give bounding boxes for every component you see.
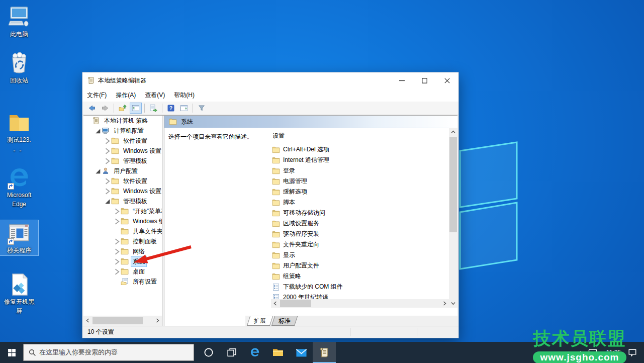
settings-item-2[interactable]: 登录	[271, 165, 449, 176]
settings-item-6[interactable]: 可移动存储访问	[271, 208, 449, 218]
tree-item-10[interactable]: Windows 组	[83, 216, 162, 226]
tree-item-5[interactable]: 用户配置	[83, 166, 162, 176]
chevron-right-icon[interactable]	[104, 189, 111, 194]
menu-item-0[interactable]: 文件(F)	[82, 91, 111, 100]
filter-icon[interactable]	[196, 103, 208, 114]
tree-item-14[interactable]: 系统	[83, 256, 162, 266]
desktop-icon-edge[interactable]: MicrosoftEdge	[0, 165, 38, 209]
tree-item-6[interactable]: 软件设置	[83, 176, 162, 186]
taskbar-gpedit-button[interactable]	[313, 342, 336, 363]
show-action-pane-icon[interactable]	[178, 103, 190, 114]
cortana-button[interactable]	[197, 342, 220, 363]
desktop-icon-label: 此电脑	[10, 31, 28, 38]
settings-item-label: 文件夹重定向	[283, 240, 319, 249]
tree-item-11[interactable]: 共享文件夹	[83, 226, 162, 236]
taskbar-mail-button[interactable]	[290, 342, 313, 363]
chevron-down-icon[interactable]	[104, 199, 111, 204]
settings-item-7[interactable]: 区域设置服务	[271, 218, 449, 229]
chevron-right-icon[interactable]	[104, 138, 111, 143]
help-icon[interactable]: ?	[165, 103, 177, 114]
taskbar-file-explorer-button[interactable]	[266, 342, 290, 363]
chevron-right-icon[interactable]	[113, 219, 121, 224]
chevron-right-icon[interactable]	[113, 249, 121, 254]
tree-item-4[interactable]: 管理模板	[83, 156, 162, 166]
chevron-right-icon[interactable]	[104, 158, 111, 163]
tree-item-13[interactable]: 网络	[83, 246, 162, 256]
forward-icon[interactable]	[99, 103, 111, 114]
scroll-down-icon[interactable]	[449, 299, 457, 308]
chevron-right-icon[interactable]	[113, 259, 121, 264]
settings-item-8[interactable]: 驱动程序安装	[271, 229, 449, 239]
tree-item-15[interactable]: 桌面	[83, 266, 162, 277]
start-button[interactable]	[0, 342, 23, 363]
desktop-icon-quick-close-app[interactable]: 秒关程序	[0, 220, 38, 255]
settings-item-11[interactable]: 用户配置文件	[271, 260, 449, 271]
tab-standard[interactable]: 标准	[271, 316, 298, 326]
settings-item-9[interactable]: 文件夹重定向	[271, 239, 449, 250]
scroll-up-icon[interactable]	[449, 128, 457, 136]
tree-item-1[interactable]: 计算机配置	[83, 126, 162, 136]
settings-item-5[interactable]: 脚本	[271, 197, 449, 208]
chevron-right-icon[interactable]	[113, 269, 121, 274]
scroll-left-icon[interactable]	[83, 316, 92, 325]
tab-extended[interactable]: 扩展	[247, 316, 273, 326]
back-icon[interactable]	[86, 103, 98, 114]
user-icon	[102, 167, 110, 175]
close-button[interactable]	[436, 72, 458, 88]
settings-item-10[interactable]: 显示	[271, 250, 449, 260]
settings-item-12[interactable]: 组策略	[271, 271, 449, 282]
export-list-icon[interactable]	[147, 103, 159, 114]
description-pane: 选择一个项目来查看它的描述。	[164, 128, 271, 308]
desktop-icon-this-pc[interactable]: 此电脑	[0, 4, 38, 39]
tree-item-label: 计算机配置	[112, 126, 145, 136]
taskbar-search-input[interactable]: 在这里输入你要搜索的内容	[23, 344, 194, 361]
maximize-button[interactable]	[413, 72, 436, 88]
tree-item-16[interactable]: 所有设置	[83, 277, 162, 287]
shortcut-arrow-icon	[8, 183, 14, 190]
chevron-right-icon[interactable]	[104, 178, 111, 184]
tree-horizontal-scrollbar[interactable]	[83, 316, 162, 326]
chevron-down-icon[interactable]	[94, 128, 102, 133]
tree-item-9[interactable]: “开始”菜单和	[83, 206, 162, 216]
scroll-thumb[interactable]	[449, 137, 457, 232]
menu-item-3[interactable]: 帮助(H)	[169, 91, 199, 100]
scroll-right-icon[interactable]	[440, 299, 449, 308]
list-horizontal-scrollbar[interactable]	[271, 299, 449, 308]
notification-center-icon[interactable]	[628, 348, 637, 357]
titlebar[interactable]: 本地组策略编辑器	[82, 72, 458, 88]
scroll-right-icon[interactable]	[153, 316, 162, 325]
desktop-icon-fix-black-screen[interactable]: 修复开机黑屏	[0, 271, 38, 316]
show-console-tree-icon[interactable]	[130, 103, 142, 114]
chevron-right-icon[interactable]	[113, 209, 121, 214]
tree-item-label: 软件设置	[122, 176, 149, 186]
chevron-right-icon[interactable]	[113, 239, 121, 244]
desktop-icon-recycle-bin[interactable]: 回收站	[0, 50, 38, 85]
chevron-down-icon[interactable]	[94, 168, 102, 173]
settings-column-header[interactable]: 设置	[271, 128, 449, 144]
scroll-thumb[interactable]	[93, 317, 143, 324]
tree-item-2[interactable]: 软件设置	[83, 136, 162, 146]
menu-item-2[interactable]: 查看(V)	[140, 91, 169, 100]
desktop-icon-test-folder[interactable]: 测试123.。。	[0, 110, 38, 154]
tree-item-7[interactable]: Windows 设置	[83, 186, 162, 196]
settings-item-4[interactable]: 缓解选项	[271, 187, 449, 197]
settings-item-1[interactable]: Internet 通信管理	[271, 155, 449, 165]
settings-item-0[interactable]: Ctrl+Alt+Del 选项	[271, 144, 449, 155]
settings-item-13[interactable]: 下载缺少的 COM 组件	[271, 282, 449, 292]
tree-item-0[interactable]: 本地计算机 策略	[83, 116, 162, 126]
chevron-right-icon[interactable]	[104, 148, 111, 153]
scroll-left-icon[interactable]	[271, 299, 280, 308]
tree-item-3[interactable]: Windows 设置	[83, 146, 162, 156]
tree-item-12[interactable]: 控制面板	[83, 236, 162, 246]
list-vertical-scrollbar[interactable]	[449, 128, 457, 308]
desktop-icon-label: 测试123.	[7, 136, 31, 144]
task-view-button[interactable]	[220, 342, 243, 363]
settings-item-3[interactable]: 电源管理	[271, 176, 449, 187]
tree-item-8[interactable]: 管理模板	[83, 196, 162, 206]
minimize-button[interactable]	[391, 72, 413, 88]
taskbar-edge-button[interactable]	[243, 342, 266, 363]
scroll-thumb[interactable]	[280, 300, 311, 307]
up-one-level-icon[interactable]	[117, 103, 129, 114]
menu-item-1[interactable]: 操作(A)	[111, 91, 140, 100]
windows-logo-wallpaper	[452, 131, 528, 277]
